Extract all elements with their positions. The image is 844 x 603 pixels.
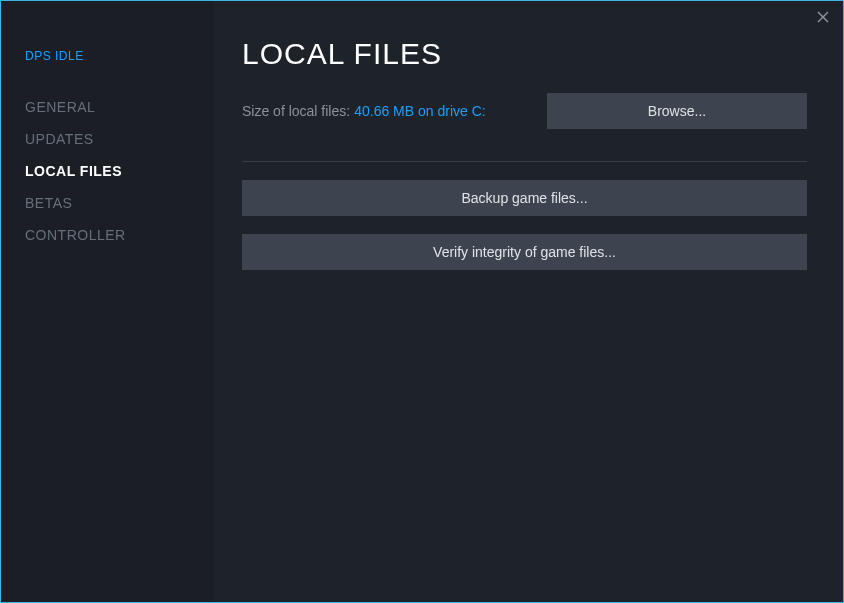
verify-button[interactable]: Verify integrity of game files... <box>242 234 807 270</box>
game-title: DPS IDLE <box>25 49 190 63</box>
divider <box>242 161 807 162</box>
sidebar-item-general[interactable]: GENERAL <box>25 91 190 123</box>
sidebar-item-betas[interactable]: BETAS <box>25 187 190 219</box>
backup-button[interactable]: Backup game files... <box>242 180 807 216</box>
page-title: LOCAL FILES <box>242 37 807 71</box>
sidebar-item-controller[interactable]: CONTROLLER <box>25 219 190 251</box>
size-text: Size of local files: 40.66 MB on drive C… <box>242 103 486 119</box>
sidebar-item-updates[interactable]: UPDATES <box>25 123 190 155</box>
sidebar-item-local-files[interactable]: LOCAL FILES <box>25 155 190 187</box>
close-icon[interactable] <box>813 7 833 27</box>
size-label: Size of local files: <box>242 103 350 119</box>
browse-button[interactable]: Browse... <box>547 93 807 129</box>
content-area: LOCAL FILES Size of local files: 40.66 M… <box>214 1 843 602</box>
size-row: Size of local files: 40.66 MB on drive C… <box>242 93 807 129</box>
sidebar: DPS IDLE GENERAL UPDATES LOCAL FILES BET… <box>1 1 214 602</box>
size-value: 40.66 MB on drive C: <box>354 103 486 119</box>
